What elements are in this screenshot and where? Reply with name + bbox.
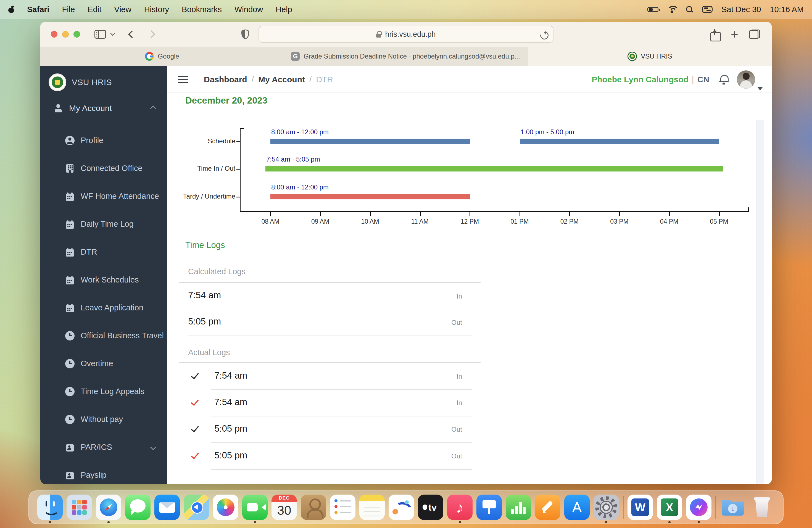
- running-indicator: [107, 521, 110, 523]
- dock-messenger[interactable]: [686, 495, 711, 520]
- sidebar-toggle-button[interactable]: [95, 30, 106, 39]
- dock-numbers[interactable]: [506, 495, 531, 520]
- minimize-window-button[interactable]: [62, 31, 69, 38]
- back-button[interactable]: [128, 30, 136, 38]
- menu-window[interactable]: Window: [234, 5, 263, 14]
- dock-launchpad[interactable]: [67, 495, 92, 520]
- forward-button[interactable]: [147, 30, 155, 38]
- dock-pages[interactable]: [535, 495, 561, 520]
- sidebar-item-label: Leave Application: [81, 303, 143, 312]
- sidebar-item-leave-application[interactable]: Leave Application: [40, 294, 167, 322]
- dock-keynote[interactable]: [476, 495, 502, 520]
- dock-notes[interactable]: [359, 495, 385, 520]
- sidebar-item-label: Time Log Appeals: [81, 387, 144, 396]
- brand[interactable]: VSU HRIS: [40, 66, 167, 91]
- dock-facetime[interactable]: [242, 495, 267, 520]
- google-favicon-icon: [145, 52, 154, 61]
- new-tab-button[interactable]: +: [731, 28, 738, 41]
- dock-maps[interactable]: [184, 495, 209, 520]
- dock-photos[interactable]: [213, 495, 238, 520]
- dock-calendar-app[interactable]: [272, 495, 297, 520]
- dock-appletv[interactable]: [418, 495, 443, 520]
- sidebar-item-par-ics[interactable]: PAR/ICS: [40, 433, 167, 461]
- actual-log-time: 5:05 pm: [214, 450, 247, 460]
- dock-reminders[interactable]: [330, 495, 356, 520]
- dock-contacts[interactable]: [301, 495, 326, 520]
- dock-downloads[interactable]: [720, 495, 745, 520]
- menu-view[interactable]: View: [114, 5, 131, 14]
- sidebar-item-time-log-appeals[interactable]: Time Log Appeals: [40, 378, 167, 406]
- pages-icon: [535, 495, 561, 520]
- sidebar-item-connected-office[interactable]: Connected Office: [40, 155, 167, 182]
- breadcrumb-dtr: DTR: [316, 75, 333, 84]
- avatar-dropdown-caret-icon[interactable]: [757, 87, 763, 90]
- tab-google[interactable]: Google: [40, 47, 284, 66]
- dock-freeform[interactable]: [389, 495, 414, 520]
- apple-menu-icon[interactable]: [8, 6, 14, 13]
- dock-mail[interactable]: [155, 495, 180, 520]
- menu-edit[interactable]: Edit: [88, 5, 101, 14]
- tab-vsu-hris[interactable]: VSU HRIS: [528, 47, 772, 66]
- calculated-log-time: 7:54 am: [188, 290, 221, 300]
- menu-safari[interactable]: Safari: [27, 5, 49, 14]
- sidebar-item-wf-home-attendance[interactable]: WF Home Attendance: [40, 182, 167, 210]
- dock-music[interactable]: [447, 495, 473, 520]
- dock-excel[interactable]: [657, 495, 682, 520]
- dock-word[interactable]: [627, 495, 653, 520]
- hamburger-menu-icon[interactable]: [178, 76, 188, 83]
- dock-messages[interactable]: [125, 495, 150, 520]
- sidebar-item-work-schedules[interactable]: Work Schedules: [40, 266, 167, 294]
- menu-bookmarks[interactable]: Bookmarks: [182, 5, 222, 14]
- control-center-icon[interactable]: [702, 6, 713, 13]
- messages-icon: [125, 495, 150, 520]
- menu-help[interactable]: Help: [276, 5, 292, 14]
- breadcrumb-dashboard[interactable]: Dashboard: [204, 75, 247, 84]
- time-logs: Calculated Logs7:54 amIn5:05 pmOutActual…: [167, 93, 764, 484]
- avatar[interactable]: [737, 70, 755, 89]
- sidebar-item-profile[interactable]: Profile: [40, 127, 167, 155]
- dock-settings[interactable]: [594, 495, 619, 520]
- zoom-window-button[interactable]: [73, 31, 80, 38]
- user-name[interactable]: Phoebe Lynn Calungsod: [592, 75, 688, 84]
- sidebar-item-official-business-travel[interactable]: Official Business Travel: [40, 322, 167, 350]
- reload-icon[interactable]: [540, 31, 548, 39]
- sidebar-item-payslip[interactable]: Payslip: [40, 461, 167, 484]
- sidebar-item-dtr[interactable]: DTR: [40, 238, 167, 266]
- tab-label: Google: [158, 53, 179, 60]
- sidebar-item-overtime[interactable]: Overtime: [40, 350, 167, 378]
- sidebar-section-my-account[interactable]: My Account: [40, 102, 167, 114]
- running-indicator: [254, 521, 256, 523]
- menu-file[interactable]: File: [62, 5, 75, 14]
- tab-strip: GoogleGrade Submission Deadline Notice -…: [40, 47, 772, 66]
- dock-finder[interactable]: [37, 495, 63, 520]
- close-window-button[interactable]: [51, 31, 57, 38]
- divider: [211, 442, 472, 443]
- brand-label: VSU HRIS: [72, 78, 112, 87]
- actual-log-direction: Out: [429, 452, 462, 460]
- tab-overview-button[interactable]: [749, 30, 760, 39]
- tab-grade-submission-deadline-noti[interactable]: Grade Submission Deadline Notice - phoeb…: [284, 47, 528, 66]
- privacy-shield-icon[interactable]: [242, 30, 249, 39]
- downloads-icon: [720, 495, 745, 520]
- sidebar-item-without-pay[interactable]: Without pay: [40, 406, 167, 433]
- divider: [211, 390, 472, 390]
- sidebar-chevron-icon[interactable]: [111, 31, 115, 36]
- breadcrumb-my-account[interactable]: My Account: [258, 75, 305, 84]
- page-scrollbar[interactable]: [756, 120, 764, 484]
- share-button[interactable]: [710, 28, 720, 40]
- check-icon: [191, 371, 199, 379]
- word-icon: [627, 495, 653, 520]
- dock-appstore[interactable]: [564, 495, 590, 520]
- wifi-icon[interactable]: [667, 5, 677, 13]
- battery-icon[interactable]: [648, 7, 658, 12]
- notifications-bell-icon[interactable]: [719, 75, 728, 85]
- safari-icon: [96, 495, 121, 520]
- finder-icon: [37, 495, 63, 520]
- address-bar[interactable]: hris.vsu.edu.ph: [259, 26, 553, 43]
- menu-history[interactable]: History: [144, 5, 169, 14]
- dock-trash[interactable]: [749, 495, 775, 520]
- spotlight-search-icon[interactable]: [685, 5, 693, 13]
- sidebar-item-daily-time-log[interactable]: Daily Time Log: [40, 210, 167, 238]
- avatar-wrap: [737, 70, 755, 89]
- dock-safari[interactable]: [96, 495, 121, 520]
